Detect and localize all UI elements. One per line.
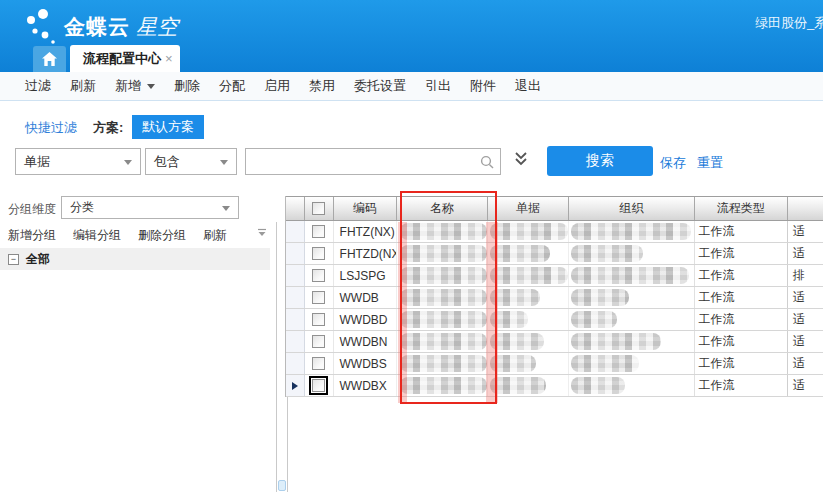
refresh-group-button[interactable]: 刷新 bbox=[203, 227, 227, 247]
censored-name bbox=[400, 289, 486, 306]
logo-text-light: 星空 bbox=[136, 15, 178, 38]
cell-extra: 适 bbox=[788, 221, 823, 242]
toolbar-add[interactable]: 新增 bbox=[115, 77, 155, 95]
cell-code: WWDBX bbox=[334, 375, 398, 396]
default-scheme-button[interactable]: 默认方案 bbox=[132, 115, 204, 139]
table-row-selected[interactable]: WWDBX 工作流 适 bbox=[286, 375, 823, 397]
search-button[interactable]: 搜索 bbox=[547, 146, 653, 176]
toolbar-disable[interactable]: 禁用 bbox=[309, 77, 335, 95]
row-indicator-header bbox=[286, 197, 305, 220]
reset-link[interactable]: 重置 bbox=[697, 154, 723, 172]
toolbar-delegate-settings[interactable]: 委托设置 bbox=[354, 77, 406, 95]
select-all-header bbox=[305, 197, 334, 220]
table-row[interactable]: FHTZD(NX) 工作流 适 bbox=[286, 243, 823, 265]
search-input[interactable] bbox=[252, 150, 474, 173]
search-icon bbox=[480, 155, 494, 169]
column-header-bill[interactable]: 单据 bbox=[488, 197, 570, 220]
row-checkbox[interactable] bbox=[312, 379, 325, 392]
tree-collapse-icon[interactable]: − bbox=[8, 254, 19, 265]
row-checkbox[interactable] bbox=[312, 269, 325, 282]
save-link[interactable]: 保存 bbox=[660, 154, 686, 172]
edit-group-button[interactable]: 编辑分组 bbox=[73, 227, 121, 247]
cell-flow-type: 工作流 bbox=[695, 375, 788, 396]
cell-extra: 适 bbox=[788, 309, 823, 330]
censored-bill bbox=[490, 245, 550, 262]
group-dimension-value: 分类 bbox=[70, 199, 94, 216]
cell-extra: 适 bbox=[788, 375, 823, 396]
toolbar-exit[interactable]: 退出 bbox=[515, 77, 541, 95]
column-header-extra bbox=[788, 197, 823, 220]
toolbar-delete[interactable]: 删除 bbox=[174, 77, 200, 95]
filter-operator-value: 包含 bbox=[154, 153, 180, 171]
row-checkbox[interactable] bbox=[312, 291, 325, 304]
filter-field-select[interactable]: 单据 bbox=[15, 148, 141, 175]
app-logo-text: 金蝶云星空 bbox=[64, 13, 178, 41]
censored-name bbox=[400, 333, 486, 350]
cell-code: WWDB bbox=[334, 287, 398, 308]
table-row[interactable]: WWDB 工作流 适 bbox=[286, 287, 823, 309]
column-header-code[interactable]: 编码 bbox=[334, 197, 398, 220]
panel-collapse-icon[interactable] bbox=[257, 228, 267, 237]
row-checkbox[interactable] bbox=[312, 247, 325, 260]
cell-code: FHTZD(NX) bbox=[334, 243, 398, 264]
censored-bill bbox=[490, 355, 536, 372]
table-row[interactable]: LSJSPG 工作流 排 bbox=[286, 265, 823, 287]
tab-flow-config-center[interactable]: 流程配置中心 × bbox=[70, 45, 180, 72]
table-row[interactable]: FHTZ(NX) 工作流 适 bbox=[286, 221, 823, 243]
group-dimension-label: 分组维度 bbox=[8, 201, 56, 218]
group-dimension-select[interactable]: 分类 bbox=[61, 196, 239, 219]
censored-name bbox=[400, 267, 486, 284]
scheme-label: 方案: bbox=[93, 119, 123, 137]
column-header-org[interactable]: 组织 bbox=[569, 197, 694, 220]
cell-code: WWDBS bbox=[334, 353, 398, 374]
cell-extra: 适 bbox=[788, 243, 823, 264]
tab-home[interactable] bbox=[33, 46, 66, 72]
censored-bill bbox=[490, 333, 544, 350]
chevron-down-icon bbox=[222, 206, 230, 211]
tab-label: 流程配置中心 bbox=[83, 50, 161, 68]
censored-org bbox=[571, 355, 639, 372]
toolbar-export[interactable]: 引出 bbox=[425, 77, 451, 95]
cell-flow-type: 工作流 bbox=[695, 331, 788, 352]
censored-org bbox=[571, 245, 643, 262]
censored-name bbox=[400, 223, 486, 240]
toolbar-refresh[interactable]: 刷新 bbox=[70, 77, 96, 95]
toolbar-filter[interactable]: 过滤 bbox=[25, 77, 51, 95]
table-row[interactable]: WWDBS 工作流 适 bbox=[286, 353, 823, 375]
cell-flow-type: 工作流 bbox=[695, 265, 788, 286]
delete-group-button[interactable]: 删除分组 bbox=[138, 227, 186, 247]
main-toolbar: 过滤 刷新 新增 删除 分配 启用 禁用 委托设置 引出 附件 退出 bbox=[0, 72, 823, 101]
row-checkbox[interactable] bbox=[312, 335, 325, 348]
cell-extra: 排 bbox=[788, 265, 823, 286]
censored-name bbox=[400, 311, 486, 328]
scrollbar-thumb[interactable] bbox=[278, 480, 286, 491]
censored-bill bbox=[490, 223, 568, 240]
toolbar-attachment[interactable]: 附件 bbox=[470, 77, 496, 95]
row-indicator bbox=[286, 243, 305, 264]
row-checkbox[interactable] bbox=[312, 357, 325, 370]
quick-filter-link[interactable]: 快捷过滤 bbox=[25, 119, 77, 137]
filter-field-value: 单据 bbox=[24, 153, 50, 171]
column-header-flowtype[interactable]: 流程类型 bbox=[695, 197, 788, 220]
cell-flow-type: 工作流 bbox=[695, 221, 788, 242]
cell-extra: 适 bbox=[788, 331, 823, 352]
filter-operator-select[interactable]: 包含 bbox=[145, 148, 237, 175]
collapse-advanced-filter-icon[interactable] bbox=[513, 151, 529, 167]
cell-code: FHTZ(NX) bbox=[334, 221, 398, 242]
row-checkbox[interactable] bbox=[312, 313, 325, 326]
tab-close-icon[interactable]: × bbox=[165, 51, 173, 66]
toolbar-enable[interactable]: 启用 bbox=[264, 77, 290, 95]
select-all-checkbox[interactable] bbox=[312, 202, 325, 215]
add-group-button[interactable]: 新增分组 bbox=[8, 227, 56, 247]
table-row[interactable]: WWDBN 工作流 适 bbox=[286, 331, 823, 353]
account-name[interactable]: 绿田股份_系统 bbox=[755, 14, 823, 32]
column-header-name[interactable]: 名称 bbox=[397, 197, 487, 220]
table-row[interactable]: WWDBD 工作流 适 bbox=[286, 309, 823, 331]
chevron-down-icon bbox=[220, 160, 228, 165]
row-checkbox[interactable] bbox=[312, 225, 325, 238]
home-icon bbox=[42, 52, 57, 66]
censored-bill bbox=[490, 289, 540, 306]
toolbar-assign[interactable]: 分配 bbox=[219, 77, 245, 95]
tree-node-all[interactable]: − 全部 bbox=[0, 248, 270, 270]
cell-flow-type: 工作流 bbox=[695, 287, 788, 308]
